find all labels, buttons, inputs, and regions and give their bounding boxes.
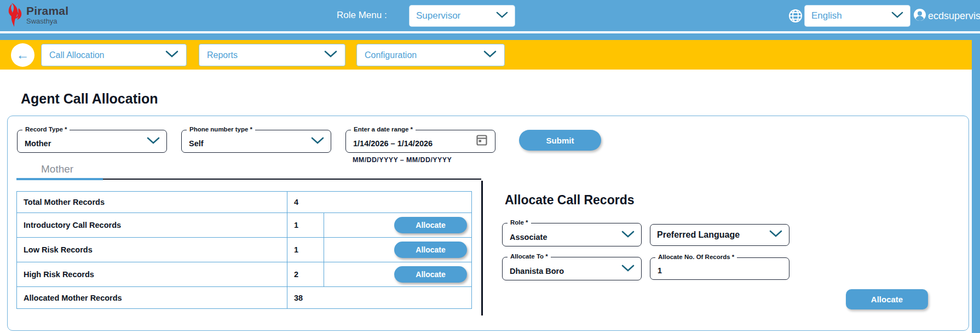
- role-menu-value: Supervisor: [416, 10, 460, 21]
- row-label: Allocated Mother Records: [17, 287, 287, 308]
- row-value: 4: [287, 192, 324, 213]
- allocate-low-risk-button[interactable]: Allocate: [394, 242, 467, 258]
- row-value: 1: [287, 238, 324, 262]
- calendar-icon[interactable]: [476, 134, 487, 148]
- role-menu-dropdown[interactable]: Supervisor: [410, 5, 515, 26]
- records-table: Total Mother Records 4 Introductory Call…: [16, 191, 472, 309]
- section-divider: [481, 181, 483, 315]
- role-value: Associate: [510, 233, 547, 242]
- num-records-label: Allocate No. Of Records *: [655, 254, 737, 260]
- chevron-down-icon: [496, 11, 508, 21]
- row-label: High Risk Records: [17, 262, 287, 286]
- back-arrow-icon: ←: [16, 48, 30, 61]
- language-value: English: [811, 10, 842, 21]
- table-row-high-risk: High Risk Records 2 Allocate: [17, 262, 471, 286]
- brand-text: Piramal Swasthya: [26, 5, 68, 25]
- nav-dropdown-reports[interactable]: Reports: [199, 44, 345, 66]
- date-range-input[interactable]: Enter a date range * 1/14/2026 – 1/14/20…: [345, 130, 495, 153]
- chevron-down-icon: [324, 50, 337, 60]
- chevron-down-icon: [621, 231, 635, 240]
- allocate-introductory-button[interactable]: Allocate: [394, 217, 467, 233]
- brand-tagline: Swasthya: [26, 18, 68, 25]
- page-title: Agent Call Allocation: [21, 91, 158, 107]
- submit-button[interactable]: Submit: [519, 130, 601, 151]
- chevron-down-icon: [311, 137, 324, 147]
- row-label: Total Mother Records: [17, 192, 287, 213]
- table-row-low-risk: Low Risk Records 1 Allocate: [17, 237, 471, 262]
- phone-number-type-value: Self: [189, 139, 204, 148]
- globe-icon: [788, 9, 803, 25]
- back-button[interactable]: ←: [11, 43, 34, 67]
- chevron-down-icon: [891, 11, 903, 21]
- allocate-submit-button[interactable]: Allocate: [846, 289, 928, 309]
- chevron-down-icon: [769, 230, 782, 240]
- role-select[interactable]: Role * Associate: [502, 223, 642, 246]
- role-menu-label: Role Menu :: [337, 10, 387, 21]
- vertical-scrollbar[interactable]: [972, 33, 980, 333]
- row-label: Introductory Call Records: [17, 213, 287, 237]
- username-text: ecdsupervis: [928, 10, 980, 22]
- nav-dropdown-configuration[interactable]: Configuration: [356, 44, 505, 66]
- chevron-down-icon: [165, 50, 178, 60]
- allocate-panel-title: Allocate Call Records: [505, 193, 634, 208]
- allocate-to-label: Allocate To *: [508, 253, 551, 260]
- brand-logo: Piramal Swasthya: [7, 3, 68, 27]
- num-records-input[interactable]: Allocate No. Of Records * 1: [650, 257, 789, 280]
- language-dropdown[interactable]: English: [805, 5, 910, 26]
- nav-dropdown-label: Call Allocation: [49, 50, 105, 60]
- table-row-allocated: Allocated Mother Records 38: [17, 286, 471, 308]
- tab-mother[interactable]: Mother: [41, 163, 73, 175]
- row-label: Low Risk Records: [17, 238, 287, 262]
- preferred-language-select[interactable]: Preferred Language: [650, 224, 789, 246]
- piramal-flame-icon: [7, 3, 23, 27]
- header-strip: [0, 33, 980, 40]
- tab-strip: Mother: [16, 162, 481, 180]
- record-type-label: Record Type *: [22, 126, 70, 133]
- nav-dropdown-label: Reports: [207, 50, 238, 60]
- record-type-value: Mother: [25, 139, 51, 148]
- phone-number-type-select[interactable]: Phone number type * Self: [181, 130, 331, 153]
- chevron-down-icon: [147, 137, 160, 147]
- active-tab-indicator: [16, 178, 103, 180]
- table-row-total: Total Mother Records 4: [17, 192, 471, 213]
- table-row-introductory: Introductory Call Records 1 Allocate: [17, 213, 471, 237]
- chevron-down-icon: [621, 265, 635, 274]
- app-screen: Piramal Swasthya Role Menu : Supervisor …: [0, 0, 980, 333]
- num-records-value: 1: [658, 266, 662, 275]
- phone-number-type-label: Phone number type *: [187, 126, 255, 133]
- nav-dropdown-call-allocation[interactable]: Call Allocation: [41, 44, 187, 66]
- user-account[interactable]: ecdsupervis: [913, 8, 980, 24]
- date-range-label: Enter a date range *: [351, 126, 416, 133]
- role-label: Role *: [508, 219, 531, 226]
- chevron-down-icon: [483, 50, 497, 60]
- row-value: 1: [287, 213, 324, 237]
- preferred-language-value: Preferred Language: [657, 230, 740, 240]
- main-navbar: ← Call Allocation Reports Configuration: [0, 40, 972, 70]
- date-range-value: 1/14/2026 – 1/14/2026: [353, 139, 433, 148]
- nav-dropdown-label: Configuration: [365, 50, 417, 60]
- allocate-to-select[interactable]: Allocate To * Dhanista Boro: [502, 257, 642, 280]
- user-avatar-icon: [913, 8, 926, 24]
- brand-name: Piramal: [26, 5, 68, 16]
- row-value: 38: [287, 287, 324, 308]
- allocate-high-risk-button[interactable]: Allocate: [394, 266, 467, 283]
- row-value: 2: [287, 262, 324, 286]
- record-type-select[interactable]: Record Type * Mother: [17, 130, 167, 153]
- allocate-to-value: Dhanista Boro: [510, 267, 564, 275]
- top-header: Piramal Swasthya Role Menu : Supervisor …: [0, 0, 980, 31]
